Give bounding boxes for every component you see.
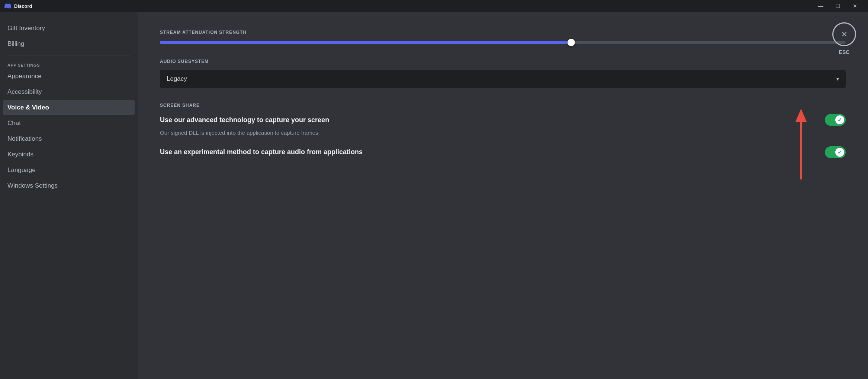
slider-fill <box>160 41 571 44</box>
experimental-audio-setting: Use an experimental method to capture au… <box>160 146 846 158</box>
experimental-audio-row: Use an experimental method to capture au… <box>160 146 846 158</box>
sidebar-item-keybinds[interactable]: Keybinds <box>3 147 135 162</box>
advanced-capture-row: Use our advanced technology to capture y… <box>160 114 846 137</box>
checkmark-icon-2: ✓ <box>838 149 842 155</box>
audio-subsystem-dropdown[interactable]: Legacy ▾ <box>160 70 846 88</box>
title-bar: Discord — ❑ ✕ <box>0 0 868 12</box>
checkmark-icon: ✓ <box>838 117 842 123</box>
stream-attenuation-section: STREAM ATTENUATION STRENGTH <box>160 30 846 44</box>
advanced-capture-description: Our signed DLL is injected into the appl… <box>160 129 846 137</box>
close-icon: ✕ <box>841 30 848 39</box>
advanced-capture-title: Use our advanced technology to capture y… <box>160 116 329 124</box>
screen-share-label: SCREEN SHARE <box>160 103 846 108</box>
toggle-knob-2: ✓ <box>835 148 844 157</box>
sidebar-item-chat[interactable]: Chat <box>3 116 135 131</box>
sidebar-item-billing[interactable]: Billing <box>3 36 135 51</box>
advanced-capture-toggle[interactable]: ✓ <box>825 114 846 126</box>
chevron-down-icon: ▾ <box>836 76 839 82</box>
main-content: STREAM ATTENUATION STRENGTH AUDIO SUBSYS… <box>138 12 868 379</box>
screen-share-section: SCREEN SHARE Use our advanced technology… <box>160 103 846 158</box>
sidebar: Gift Inventory Billing APP SETTINGS Appe… <box>0 12 138 379</box>
experimental-audio-toggle[interactable]: ✓ <box>825 146 846 158</box>
dropdown-selected-value: Legacy <box>167 75 187 83</box>
esc-label: ESC <box>839 49 850 55</box>
sidebar-item-gift-inventory[interactable]: Gift Inventory <box>3 21 135 36</box>
sidebar-item-windows-settings[interactable]: Windows Settings <box>3 178 135 193</box>
sidebar-item-accessibility[interactable]: Accessibility <box>3 85 135 99</box>
window-controls: — ❑ ✕ <box>812 0 864 12</box>
toggle-knob: ✓ <box>835 115 844 124</box>
audio-subsystem-label: AUDIO SUBSYSTEM <box>160 59 846 64</box>
sidebar-item-appearance[interactable]: Appearance <box>3 69 135 84</box>
slider-thumb[interactable] <box>568 39 575 46</box>
esc-button-container: ✕ ESC <box>832 22 856 55</box>
sidebar-item-language[interactable]: Language <box>3 163 135 178</box>
minimize-button[interactable]: — <box>812 0 829 12</box>
app-title: Discord <box>4 3 32 9</box>
stream-attenuation-slider[interactable] <box>160 41 846 44</box>
experimental-audio-title: Use an experimental method to capture au… <box>160 148 363 156</box>
app-settings-header: APP SETTINGS <box>3 59 135 69</box>
close-settings-button[interactable]: ✕ <box>832 22 856 46</box>
discord-icon <box>4 3 11 9</box>
sidebar-divider <box>7 55 130 55</box>
window-close-button[interactable]: ✕ <box>846 0 864 12</box>
sidebar-item-notifications[interactable]: Notifications <box>3 131 135 146</box>
sidebar-item-voice-video[interactable]: Voice & Video <box>3 100 135 115</box>
maximize-button[interactable]: ❑ <box>829 0 846 12</box>
audio-subsystem-section: AUDIO SUBSYSTEM Legacy ▾ <box>160 59 846 88</box>
advanced-capture-setting: Use our advanced technology to capture y… <box>160 114 846 126</box>
stream-attenuation-label: STREAM ATTENUATION STRENGTH <box>160 30 846 35</box>
